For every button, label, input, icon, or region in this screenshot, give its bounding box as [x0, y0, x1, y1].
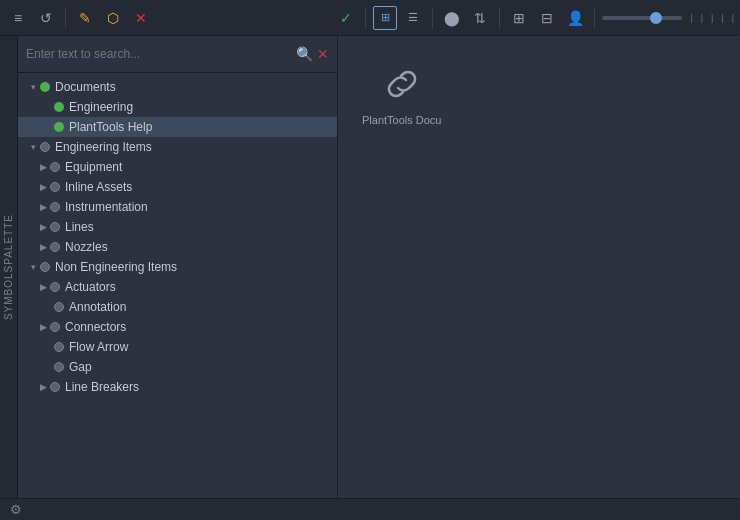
tree-arrow-non-eng: ▾: [26, 262, 40, 272]
tree-dot-annotation: [54, 302, 64, 312]
tree-label-actuators: Actuators: [65, 280, 116, 294]
toolbar: ≡ ↺ ✎ ⬡ ✕ ✓ ⊞ ☰ ⬤ ⇅ ⊞ ⊟ 👤 |||||: [0, 0, 740, 36]
search-magnifier-icon[interactable]: 🔍: [296, 46, 313, 62]
tree-item-gap[interactable]: Gap: [18, 357, 337, 377]
tree-label-connectors: Connectors: [65, 320, 126, 334]
left-panel: 🔍 ✕ ▾ Documents Engineering Plan: [18, 36, 338, 498]
tree-label-planttools: PlantTools Help: [69, 120, 152, 134]
tree-dot-planttools: [54, 122, 64, 132]
search-icons: 🔍 ✕: [296, 46, 329, 62]
zoom-thumb[interactable]: [650, 12, 662, 24]
grid-view-icon[interactable]: ⊞: [373, 6, 397, 30]
tree-dot-non-eng: [40, 262, 50, 272]
tree-label-flow: Flow Arrow: [69, 340, 128, 354]
tree-dot-inline: [50, 182, 60, 192]
tree-dot-equipment: [50, 162, 60, 172]
tree-item-nozzles[interactable]: ▶ Nozzles: [18, 237, 337, 257]
tree-label-nozzles: Nozzles: [65, 240, 108, 254]
user-icon[interactable]: 👤: [563, 6, 587, 30]
main-area: SYMBOLSPALETTE 🔍 ✕ ▾ Documents Engine: [0, 36, 740, 498]
tree-item-connectors[interactable]: ▶ Connectors: [18, 317, 337, 337]
tree-dot-nozzles: [50, 242, 60, 252]
pencil-icon[interactable]: ✎: [73, 6, 97, 30]
slider-ticks: |||||: [690, 13, 734, 23]
tree-label-annotation: Annotation: [69, 300, 126, 314]
sort-icon[interactable]: ⇅: [468, 6, 492, 30]
tree-dot-eng-items: [40, 142, 50, 152]
bottom-bar: ⚙: [0, 498, 740, 520]
tree-label-eng-items: Engineering Items: [55, 140, 152, 154]
tree-item-inline-assets[interactable]: ▶ Inline Assets: [18, 177, 337, 197]
tree-item-line-breakers[interactable]: ▶ Line Breakers: [18, 377, 337, 397]
tree-arrow-documents: ▾: [26, 82, 40, 92]
refresh-icon[interactable]: ↺: [34, 6, 58, 30]
check-icon[interactable]: ✓: [334, 6, 358, 30]
tree-arrow-actuators: ▶: [36, 282, 50, 292]
tree-item-annotation[interactable]: Annotation: [18, 297, 337, 317]
layers-icon[interactable]: ⊞: [507, 6, 531, 30]
tree-label-linebreak: Line Breakers: [65, 380, 139, 394]
symbol-link-icon: [378, 60, 426, 108]
search-bar: 🔍 ✕: [18, 36, 337, 73]
tree-item-equipment[interactable]: ▶ Equipment: [18, 157, 337, 177]
tree-dot-gap: [54, 362, 64, 372]
tree-label-lines: Lines: [65, 220, 94, 234]
tree-dot-linebreak: [50, 382, 60, 392]
tree-dot-connectors: [50, 322, 60, 332]
tree-dot-lines: [50, 222, 60, 232]
settings-icon[interactable]: ⚙: [8, 502, 24, 518]
tree-label-inline: Inline Assets: [65, 180, 132, 194]
tree-item-planttools-help[interactable]: PlantTools Help: [18, 117, 337, 137]
bulb-icon[interactable]: ⬡: [101, 6, 125, 30]
side-label: SYMBOLSPALETTE: [0, 36, 18, 498]
toolbar-sep-5: [594, 8, 595, 28]
tree-dot-flow: [54, 342, 64, 352]
menu-icon[interactable]: ≡: [6, 6, 30, 30]
tree-container[interactable]: ▾ Documents Engineering PlantTools Help …: [18, 73, 337, 498]
tree-dot-actuators: [50, 282, 60, 292]
tree-arrow-linebreak: ▶: [36, 382, 50, 392]
side-label-text: SYMBOLSPALETTE: [3, 214, 14, 320]
tree-label-engineering: Engineering: [69, 100, 133, 114]
lightning-icon[interactable]: ✕: [129, 6, 153, 30]
toolbar-sep-2: [365, 8, 366, 28]
tree-item-engineering-items[interactable]: ▾ Engineering Items: [18, 137, 337, 157]
tree-arrow-connectors: ▶: [36, 322, 50, 332]
tree-dot-instr: [50, 202, 60, 212]
zoom-slider-area: |||||: [602, 13, 734, 23]
tree-label-documents: Documents: [55, 80, 116, 94]
tree-label-non-eng: Non Engineering Items: [55, 260, 177, 274]
tree-arrow-nozzles: ▶: [36, 242, 50, 252]
search-input[interactable]: [26, 47, 296, 61]
tree-arrow-eng-items: ▾: [26, 142, 40, 152]
tree-item-engineering[interactable]: Engineering: [18, 97, 337, 117]
zoom-track[interactable]: [602, 16, 682, 20]
tree-item-documents[interactable]: ▾ Documents: [18, 77, 337, 97]
toolbar-sep-4: [499, 8, 500, 28]
toolbar-sep-3: [432, 8, 433, 28]
right-panel: PlantTools Docu: [338, 36, 740, 498]
stack-icon[interactable]: ⊟: [535, 6, 559, 30]
tree-label-gap: Gap: [69, 360, 92, 374]
tree-item-non-eng[interactable]: ▾ Non Engineering Items: [18, 257, 337, 277]
tree-arrow-lines: ▶: [36, 222, 50, 232]
search-clear-icon[interactable]: ✕: [317, 46, 329, 62]
symbol-label-planttools: PlantTools Docu: [362, 114, 442, 126]
paint-icon[interactable]: ⬤: [440, 6, 464, 30]
toolbar-sep-1: [65, 8, 66, 28]
tree-arrow-equipment: ▶: [36, 162, 50, 172]
tree-item-flow-arrow[interactable]: Flow Arrow: [18, 337, 337, 357]
tree-item-instrumentation[interactable]: ▶ Instrumentation: [18, 197, 337, 217]
tree-dot-engineering: [54, 102, 64, 112]
tree-label-equipment: Equipment: [65, 160, 122, 174]
tree-item-actuators[interactable]: ▶ Actuators: [18, 277, 337, 297]
tree-item-lines[interactable]: ▶ Lines: [18, 217, 337, 237]
symbol-item-planttools[interactable]: PlantTools Docu: [354, 52, 450, 134]
tree-arrow-instr: ▶: [36, 202, 50, 212]
list-view-icon[interactable]: ☰: [401, 6, 425, 30]
tree-arrow-inline: ▶: [36, 182, 50, 192]
tree-dot-documents: [40, 82, 50, 92]
tree-label-instr: Instrumentation: [65, 200, 148, 214]
